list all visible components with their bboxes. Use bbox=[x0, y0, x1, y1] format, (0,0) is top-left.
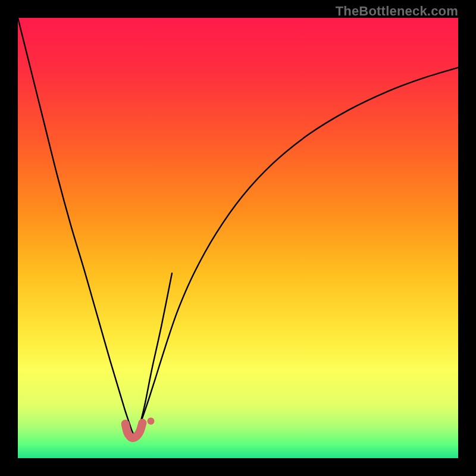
right-curve bbox=[135, 68, 458, 436]
dip-marker bbox=[126, 423, 143, 438]
curves-layer bbox=[18, 18, 458, 458]
chart-frame: TheBottleneck.com bbox=[0, 0, 476, 476]
left-curve bbox=[18, 18, 172, 436]
dip-extra-dot bbox=[147, 418, 154, 425]
watermark-label: TheBottleneck.com bbox=[336, 4, 458, 19]
plot-area bbox=[18, 18, 458, 458]
